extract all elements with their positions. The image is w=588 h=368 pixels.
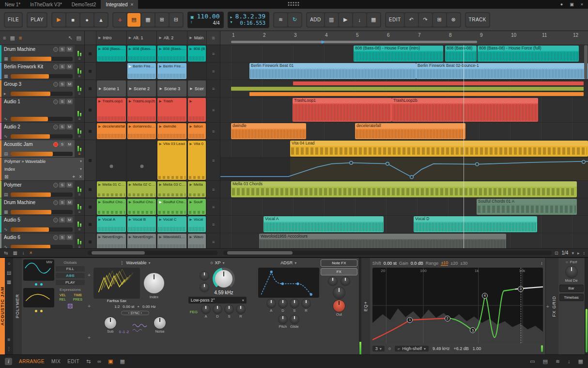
delete-button[interactable]: ⊗	[447, 13, 460, 27]
launcher-clip[interactable]: ▶Mella 03 C…	[157, 181, 186, 197]
add-device-slot-button[interactable]: +	[72, 174, 75, 179]
clip-slot[interactable]: ▶Soulf	[187, 198, 207, 215]
launcher-clip[interactable]: ▶dorianredu…	[127, 123, 156, 139]
cutoff-knob[interactable]	[213, 268, 235, 290]
eq-spectrum-display[interactable]: 201001k10k12543	[372, 268, 543, 343]
launcher-clip[interactable]: ▶TrashLoop1	[97, 98, 126, 122]
clip-slot[interactable]: ▶NeverEngin…	[96, 233, 127, 248]
sub-knob[interactable]	[105, 317, 116, 329]
position-time-value[interactable]: 0:16.553	[240, 20, 265, 27]
pitch-knob[interactable]	[279, 315, 287, 324]
sub-octave-selector[interactable]: 0 -1 -2	[119, 330, 129, 334]
detune-value[interactable]: 0.00 st	[123, 304, 134, 309]
arranger-row[interactable]	[220, 158, 588, 181]
clip-slot[interactable]: ▶Mella 02 C…	[127, 181, 157, 198]
file-button[interactable]: FILE	[5, 13, 22, 27]
timb-expression[interactable]: TIMB	[71, 293, 85, 297]
launcher-clip[interactable]: ▶dwindle	[157, 123, 186, 139]
grid-caret-icon[interactable]: ▾	[572, 251, 574, 256]
clip-play-icon[interactable]: ▶	[129, 200, 131, 205]
track-menu-icon[interactable]: ≡	[78, 152, 81, 156]
clip-slot[interactable]	[127, 140, 157, 180]
clip-slot[interactable]	[96, 140, 127, 180]
polymer-name-vertical[interactable]: POLYMER	[13, 258, 22, 354]
track-grid-icon[interactable]: ▦	[10, 35, 15, 41]
arranger-clip[interactable]: Vocal A	[263, 216, 384, 232]
launcher-row-menu-icon[interactable]: ≡	[207, 233, 220, 248]
note-fx-tab[interactable]: Note FX	[321, 259, 357, 267]
arranger-clip[interactable]: dwindle	[231, 123, 306, 139]
follow-playhead-button[interactable]: ▶	[339, 13, 352, 27]
clip-slot[interactable]: ▶Soulful Cho…	[127, 198, 157, 215]
launcher-clip[interactable]: ▶Vocal B	[127, 216, 156, 232]
scene-header[interactable]: ▶Intro	[96, 31, 127, 45]
index-knob[interactable]	[143, 272, 165, 294]
eq-gain-value[interactable]: 0.0 dB	[411, 261, 423, 266]
amp-env-d-knob[interactable]	[279, 299, 287, 308]
clip-slot[interactable]: ▶Mella 01 C…	[96, 181, 127, 198]
scene-play-icon[interactable]: ▶	[129, 36, 131, 40]
filter-power-icon[interactable]: ○	[210, 260, 213, 265]
launcher-row-menu-icon[interactable]: ≡	[207, 97, 220, 122]
clip-stop-button[interactable]	[85, 123, 96, 140]
play-button[interactable]: ▶	[52, 13, 65, 27]
track-row[interactable]: Group 3SM▸≡	[0, 80, 84, 97]
record-arm-button[interactable]	[53, 47, 58, 52]
grid-view-icon[interactable]: ▦	[120, 358, 124, 365]
arranger-timeline[interactable]: 808 (Bass-08) - House Force (intro)808 (…	[220, 45, 588, 248]
clip-play-icon[interactable]: ▶	[159, 124, 161, 129]
launcher-clip[interactable]: ▶fallon	[188, 123, 206, 139]
clip-slot[interactable]: ▶808 (Bass-…	[127, 45, 157, 62]
clip-stop-button[interactable]	[85, 45, 96, 62]
track-row[interactable]: Audio 6SM∿≡	[0, 233, 84, 248]
eq-range-10[interactable]: ±10	[441, 260, 448, 266]
track-name[interactable]: Drum Machine	[4, 47, 53, 52]
adsr-caret-icon[interactable]: ▾	[294, 261, 296, 265]
launcher-clip[interactable]: ▶Mella	[188, 181, 206, 197]
volume-fader[interactable]	[11, 245, 73, 249]
device-grid-icon[interactable]: ▦	[7, 279, 11, 285]
scene-play-icon[interactable]: ▶	[98, 36, 101, 40]
tap-tempo-icon[interactable]: ↕	[190, 20, 194, 24]
record-arm-button[interactable]	[53, 82, 58, 87]
amp-env-a-knob[interactable]	[267, 299, 276, 308]
arranger-row[interactable]: Mella 03 Chords	[220, 181, 588, 198]
solo-button[interactable]: S	[59, 99, 65, 104]
arranger-clip[interactable]: Vocal D	[414, 216, 537, 232]
arranger-row[interactable]: dwindledeceleratefall	[220, 123, 588, 140]
arranger-clip[interactable]: Berlin Firework Beat 01	[249, 63, 416, 79]
clip-play-icon[interactable]: ▶	[189, 217, 192, 222]
grid-size-value[interactable]: 1/4	[562, 250, 569, 256]
send-a-knob[interactable]	[328, 277, 337, 286]
crossfade-icon[interactable]: ⇆	[4, 250, 8, 256]
solo-button[interactable]: S	[59, 235, 65, 240]
freq-plus-icon[interactable]: +	[137, 304, 139, 309]
clip-slot[interactable]: ▶Scene 2	[127, 80, 157, 97]
clip-play-icon[interactable]: ▶	[129, 235, 131, 240]
play-menu-button[interactable]: PLAY	[28, 13, 46, 27]
overdub-button[interactable]: ▤	[127, 13, 140, 27]
scene-play-icon[interactable]: ▶	[189, 36, 192, 40]
arranger-vertical-scrollbar[interactable]	[584, 45, 588, 79]
launcher-clip[interactable]: ▶Soulful Cho…	[157, 199, 186, 215]
ratio-value[interactable]: 1:2	[114, 304, 120, 309]
clip-play-icon[interactable]: ▶	[129, 124, 131, 129]
display-profile-icon[interactable]: ▭	[530, 358, 535, 365]
launcher-scrollbar[interactable]	[88, 251, 217, 255]
clip-slot[interactable]: ▶dorianredu…	[127, 123, 157, 140]
tempo-display[interactable]: ▣↕ 110.00 4/4	[187, 12, 224, 28]
device-page-caret-icon[interactable]: ▾	[80, 167, 82, 173]
track-name[interactable]: Audio 1	[4, 99, 53, 104]
launcher-clip[interactable]: ▶NeverEngin…	[97, 234, 126, 248]
scene-play-icon[interactable]: ▶	[159, 36, 161, 40]
insert-lane-icon[interactable]: ↓	[22, 250, 25, 256]
launcher-clip[interactable]: ▶808 (B	[188, 46, 206, 62]
clip-play-icon[interactable]: ▶	[129, 64, 131, 69]
duplicate-button[interactable]: ⊞	[433, 13, 446, 27]
edit-button[interactable]: EDIT	[386, 13, 404, 27]
clip-play-icon[interactable]: ▶	[189, 182, 192, 187]
clip-stop-button[interactable]	[85, 216, 96, 233]
clip-slot[interactable]: ▶Scene 1	[96, 80, 127, 97]
fx-grid-bar-module[interactable]: Bar	[559, 285, 584, 292]
filter-name-label[interactable]: XP	[215, 260, 221, 265]
